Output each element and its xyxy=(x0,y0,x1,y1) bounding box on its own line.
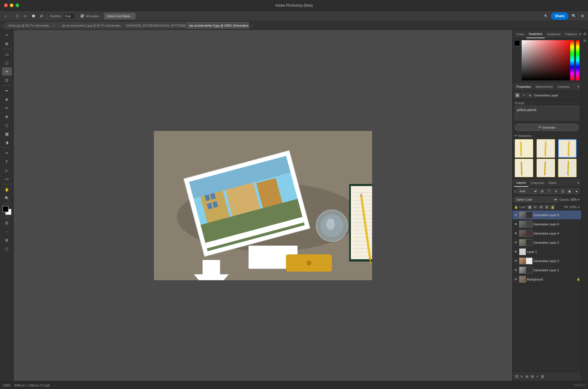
patterns-tab[interactable]: Patterns xyxy=(563,30,579,38)
lasso-tool[interactable]: ⬡ xyxy=(2,59,12,67)
link-layers-icon[interactable]: ⛓ xyxy=(515,374,519,379)
layer-2g-visibility[interactable]: 👁 xyxy=(514,259,518,263)
tab-4[interactable]: pts-ai-beta-tinhte-3.jpg @ 100% (Generat… xyxy=(186,22,249,29)
brush-tool-icon[interactable]: ⊘ xyxy=(38,13,45,19)
layer-6-visibility[interactable]: 👁 xyxy=(514,213,518,217)
type-tool[interactable]: T xyxy=(2,158,12,166)
eyedropper-tool[interactable]: ✒ xyxy=(2,87,12,95)
add-mask-icon[interactable]: ⊕ xyxy=(525,374,529,379)
gradients-tab[interactable]: Gradients xyxy=(545,30,563,38)
pen-tool[interactable]: ✑ xyxy=(2,149,12,157)
layer-item-6[interactable]: 👁 Generative Layer 6 xyxy=(512,210,581,220)
opacity-chevron[interactable]: ▾ xyxy=(578,198,579,201)
tabs-scroll-left[interactable]: ‹ xyxy=(1,23,5,28)
scroll-arrow[interactable]: › xyxy=(55,384,56,387)
color-tab[interactable]: Color xyxy=(514,30,526,38)
ai-icon[interactable]: ⚗ xyxy=(542,13,549,19)
layer-bg-visibility[interactable]: 👁 xyxy=(514,277,518,281)
magic-wand-tool[interactable]: ✦ xyxy=(2,67,12,76)
more-tools[interactable]: ··· xyxy=(2,227,12,235)
artboard-tool[interactable]: ⊞ xyxy=(2,40,12,48)
hue-bar[interactable] xyxy=(576,40,579,80)
libraries-tab[interactable]: Libraries xyxy=(555,82,572,91)
clone-tool[interactable]: ⊗ xyxy=(2,113,12,121)
search-icon[interactable]: 🔍 xyxy=(571,13,577,19)
gen-layer-btn-1[interactable]: ✦ xyxy=(521,93,527,98)
layers-filter-icon-2[interactable]: T xyxy=(546,188,552,194)
layer-3-visibility[interactable]: 👁 xyxy=(514,241,518,245)
tabs-scroll-right[interactable]: › xyxy=(250,23,254,28)
screen-mode-tool[interactable]: ⊟ xyxy=(2,219,12,227)
marquee-tool[interactable]: ▭ xyxy=(2,50,12,58)
channels-tab[interactable]: Channels xyxy=(528,179,546,187)
new-group-icon[interactable]: ⊞ xyxy=(531,374,534,379)
blend-mode-select[interactable]: Darker Color xyxy=(514,197,558,202)
variation-5[interactable] xyxy=(537,159,555,177)
fx-label[interactable]: fx xyxy=(521,375,523,378)
fill-chevron[interactable]: ▾ xyxy=(578,206,579,209)
minimize-button[interactable] xyxy=(10,3,13,7)
lock-pixels-icon[interactable]: ✏ xyxy=(533,205,538,209)
side-icon-1[interactable]: ⊟ xyxy=(582,31,588,37)
settings-icon[interactable]: ⚙ xyxy=(579,13,586,19)
layers-filter-icon-1[interactable]: ⊞ xyxy=(539,188,545,194)
tab-2[interactable]: pts-ai-beta-tinhte-2.jpg @ 66.7% (Genera… xyxy=(59,22,122,29)
kind-select[interactable]: Kind xyxy=(518,188,538,194)
layer-item-bg[interactable]: 👁 Background 🔒 xyxy=(512,275,581,284)
layer-1g-visibility[interactable]: 👁 xyxy=(514,268,518,272)
lock-position-icon[interactable]: ⊕ xyxy=(539,205,543,209)
layer-item-3[interactable]: 👁 Generative Layer 3 xyxy=(512,238,581,247)
foreground-swatch[interactable] xyxy=(514,40,520,46)
swatches-tab[interactable]: Swatches xyxy=(526,30,545,38)
new-layer-icon[interactable]: + xyxy=(536,374,539,379)
paths-tab[interactable]: Paths xyxy=(546,179,559,187)
layer-5-visibility[interactable]: 👁 xyxy=(514,222,518,226)
path-tool[interactable]: ▷ xyxy=(2,166,12,174)
variation-6[interactable] xyxy=(558,159,577,177)
spot-heal-tool[interactable]: ⊕ xyxy=(2,95,12,103)
hand-tool[interactable]: ✋ xyxy=(2,185,12,193)
lasso-tool-icon[interactable]: ⬡ xyxy=(14,13,20,19)
canvas-image[interactable] xyxy=(154,131,372,280)
share-button[interactable]: Share xyxy=(551,12,568,20)
variation-1[interactable] xyxy=(515,139,533,158)
shape-tool[interactable]: ▭ xyxy=(2,175,12,183)
layer-item-4[interactable]: 👁 Generative Layer 4 xyxy=(512,229,581,238)
crop-tool[interactable]: ⊡ xyxy=(2,76,12,84)
layers-filter-icon-5[interactable]: ◉ xyxy=(567,188,572,194)
layer-item-1g[interactable]: 👁 Generative Layer 1 xyxy=(512,266,581,275)
lock-artboard-icon[interactable]: ⊞ xyxy=(545,205,549,209)
variation-4[interactable] xyxy=(515,159,533,177)
layer-1-visibility[interactable]: 👁 xyxy=(514,250,518,254)
eraser-tool[interactable]: ◻ xyxy=(2,121,12,129)
prompt-text[interactable]: yellow pencil xyxy=(515,106,579,120)
home-icon[interactable]: ⌂ xyxy=(2,13,9,19)
tab-1-close[interactable]: ✕ xyxy=(53,24,55,27)
layer-4-visibility[interactable]: 👁 xyxy=(514,231,518,235)
extra-tool2[interactable]: ◻ xyxy=(2,245,12,253)
variation-3[interactable] xyxy=(558,139,577,158)
brush-tool[interactable]: ✏ xyxy=(2,104,12,112)
gen-layer-btn-2[interactable]: ◉ xyxy=(527,93,533,98)
antialias-checkbox[interactable] xyxy=(80,14,84,18)
side-icon-2[interactable]: ✉ xyxy=(582,38,588,44)
extra-tool[interactable]: ⊞ xyxy=(2,236,12,244)
properties-tab[interactable]: Properties xyxy=(514,82,533,91)
color-swatches[interactable] xyxy=(2,206,11,215)
layers-panel-menu[interactable]: ≡ xyxy=(577,181,579,185)
variation-2[interactable] xyxy=(537,139,555,158)
feather-input[interactable] xyxy=(63,13,75,19)
zoom-level[interactable]: 100% xyxy=(3,384,11,387)
adjustments-tab[interactable]: Adjustments xyxy=(533,82,555,91)
rect-marquee-icon[interactable]: ▭ xyxy=(22,13,28,19)
color-gradient[interactable] xyxy=(522,40,574,80)
foreground-color-swatch[interactable] xyxy=(2,206,9,212)
layer-item-2g[interactable]: 👁 Generative Layer 2 xyxy=(512,256,581,266)
canvas-area[interactable] xyxy=(14,30,512,381)
tab-3[interactable]: 326406138_6672993084181409_8477520885842… xyxy=(122,22,185,29)
polygon-tool-icon[interactable]: ⬟ xyxy=(30,13,36,19)
lock-all-icon[interactable]: 🔒 xyxy=(550,205,555,209)
layers-filter-icon-6[interactable]: ● xyxy=(574,188,579,194)
layer-item-1[interactable]: 👁 Layer 1 xyxy=(512,247,581,256)
generate-button[interactable]: ↺ Generate xyxy=(515,124,579,131)
